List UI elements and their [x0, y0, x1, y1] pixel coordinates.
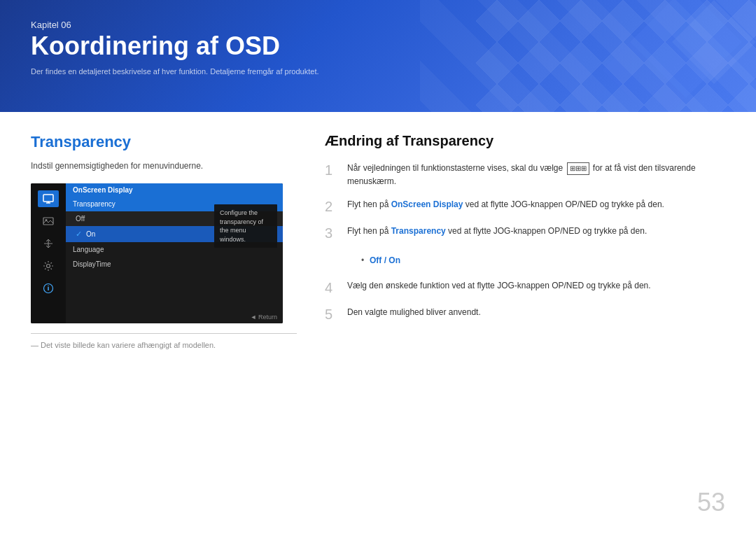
- bullet-item: Off / On: [325, 251, 725, 269]
- osd-mockup: OnScreen Display Transparency Off ✓ On L…: [31, 183, 283, 323]
- svg-rect-8: [43, 218, 53, 225]
- step-3-text: Flyt hen på Transparency ved at flytte J…: [347, 225, 725, 238]
- bullet-text: Off / On: [370, 255, 400, 265]
- step-5-text: Den valgte mulighed bliver anvendt.: [347, 306, 725, 319]
- bullet-off-on: Off / On: [361, 255, 400, 265]
- svg-point-12: [47, 265, 50, 268]
- step-4-text: Vælg den ønskede funktion ved at flytte …: [347, 279, 725, 293]
- bullet-spacer: [325, 251, 339, 268]
- left-column: Transparency Indstil gennemsigtigheden f…: [31, 133, 297, 349]
- osd-icon-info: [38, 280, 59, 297]
- chapter-label: Kapitel 06: [31, 20, 725, 30]
- osd-icon-monitor: [38, 190, 59, 207]
- step-5-num: 5: [325, 306, 339, 323]
- step-5: 5 Den valgte mulighed bliver anvendt.: [325, 306, 725, 323]
- header-banner: Kapitel 06 Koordinering af OSD Der finde…: [0, 0, 756, 112]
- step-2-text: Flyt hen på OnScreen Display ved at flyt…: [347, 198, 725, 211]
- osd-tooltip: Configure the transparency of the menu w…: [214, 204, 277, 248]
- bullet-list: Off / On: [361, 255, 400, 265]
- osd-menu-displaytime: DisplayTime: [66, 257, 283, 272]
- step-2-bold: OnScreen Display: [391, 199, 463, 209]
- svg-rect-5: [43, 195, 53, 202]
- steps-list: 1 Når vejledningen til funktionstasterne…: [325, 162, 725, 323]
- osd-icon-picture: [38, 213, 59, 230]
- osd-icon-move: [38, 235, 59, 252]
- svg-point-15: [48, 286, 48, 286]
- step-2: 2 Flyt hen på OnScreen Display ved at fl…: [325, 198, 725, 215]
- page-number: 53: [697, 488, 725, 517]
- icon-box-indicator: ⊞⊞⊞: [567, 162, 589, 175]
- step-4-num: 4: [325, 279, 339, 296]
- step-1: 1 Når vejledningen til funktionstasterne…: [325, 162, 725, 188]
- right-column: Ændring af Transparency 1 Når vejledning…: [325, 133, 725, 349]
- step-3-num: 3: [325, 225, 339, 241]
- osd-return-label: Return: [251, 314, 277, 321]
- osd-icon-settings: [38, 258, 59, 274]
- note-line: — Det viste billede kan variere afhængig…: [31, 333, 297, 349]
- step-1-text: Når vejledningen til funktionstasterne v…: [347, 162, 725, 188]
- osd-header-label: OnScreen Display: [66, 183, 283, 197]
- section-title: Transparency: [31, 133, 297, 151]
- osd-sidebar: [31, 183, 66, 323]
- step-2-num: 2: [325, 198, 339, 215]
- step-3-bold: Transparency: [391, 226, 446, 236]
- step-3: 3 Flyt hen på Transparency ved at flytte…: [325, 225, 725, 241]
- step-4: 4 Vælg den ønskede funktion ved at flytt…: [325, 279, 725, 296]
- diamond-pattern: [476, 0, 756, 112]
- step-1-num: 1: [325, 162, 339, 178]
- section-desc: Indstil gennemsigtigheden for menuvindue…: [31, 161, 297, 171]
- right-section-title: Ændring af Transparency: [325, 133, 725, 149]
